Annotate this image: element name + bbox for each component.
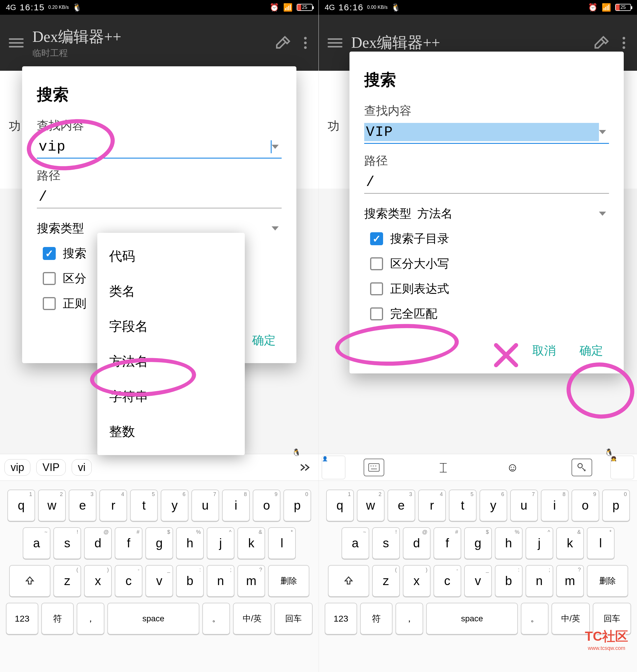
dropdown-item-string[interactable]: 字符串 — [97, 379, 245, 414]
checkbox-icon[interactable] — [370, 232, 383, 245]
symbol-key[interactable]: 符 — [41, 603, 74, 635]
lang-key[interactable]: 中/英 — [551, 603, 590, 635]
key-d[interactable]: d@ — [84, 527, 112, 559]
key-t[interactable]: t5 — [130, 489, 158, 521]
dropdown-item-field[interactable]: 字段名 — [97, 309, 245, 344]
checkbox-case[interactable]: 区分大小写 — [364, 256, 609, 272]
checkbox-icon[interactable] — [370, 307, 383, 320]
period-key[interactable]: 。 — [202, 603, 230, 635]
dropdown-item-integer[interactable]: 整数 — [97, 414, 245, 449]
key-n[interactable]: n; — [207, 565, 234, 597]
comma-key[interactable]: ， — [77, 603, 104, 635]
build-icon[interactable] — [275, 34, 292, 52]
key-f[interactable]: f# — [434, 527, 461, 559]
checkbox-regex[interactable]: 正则表达式 — [364, 281, 609, 297]
key-l[interactable]: l* — [268, 527, 296, 559]
delete-key[interactable]: 删除 — [268, 565, 309, 597]
keyboard-icon[interactable] — [364, 459, 384, 476]
symbol-key[interactable]: 符 — [360, 603, 393, 635]
num-key[interactable]: 123 — [6, 603, 38, 635]
key-c[interactable]: c- — [434, 565, 461, 597]
key-o[interactable]: o9 — [571, 489, 599, 521]
key-y[interactable]: y6 — [479, 489, 507, 521]
key-f[interactable]: f# — [115, 527, 142, 559]
key-i[interactable]: i8 — [541, 489, 569, 521]
dropdown-item-method[interactable]: 方法名 — [97, 344, 245, 379]
key-z[interactable]: z( — [372, 565, 400, 597]
key-k[interactable]: k& — [556, 527, 584, 559]
key-p[interactable]: p0 — [602, 489, 630, 521]
key-g[interactable]: g$ — [145, 527, 173, 559]
delete-key[interactable]: 删除 — [587, 565, 628, 597]
key-d[interactable]: d@ — [403, 527, 431, 559]
key-o[interactable]: o9 — [253, 489, 280, 521]
key-t[interactable]: t5 — [449, 489, 477, 521]
comma-key[interactable]: ， — [396, 603, 423, 635]
key-m[interactable]: m? — [237, 565, 265, 597]
period-key[interactable]: 。 — [521, 603, 548, 635]
key-z[interactable]: z( — [53, 565, 81, 597]
key-a[interactable]: a~ — [342, 527, 369, 559]
key-a[interactable]: a~ — [23, 527, 51, 559]
key-b[interactable]: b: — [176, 565, 204, 597]
search-type-selector[interactable]: 搜索类型 方法名 — [364, 205, 609, 222]
dropdown-item-code[interactable]: 代码 — [97, 239, 245, 274]
key-p[interactable]: p0 — [284, 489, 311, 521]
menu-button[interactable] — [328, 38, 342, 48]
key-j[interactable]: j^ — [207, 527, 234, 559]
path-input[interactable]: / — [37, 186, 281, 208]
key-i[interactable]: i8 — [222, 489, 250, 521]
key-e[interactable]: e3 — [69, 489, 96, 521]
key-v[interactable]: v_ — [145, 565, 173, 597]
overflow-menu-button[interactable] — [620, 37, 628, 49]
space-key[interactable]: space — [107, 603, 199, 635]
confirm-button[interactable]: 确定 — [246, 329, 281, 351]
shift-key[interactable] — [328, 565, 369, 597]
dropdown-item-class[interactable]: 类名 — [97, 274, 245, 309]
key-g[interactable]: g$ — [464, 527, 492, 559]
suggestion-item[interactable]: VIP — [36, 459, 66, 476]
key-y[interactable]: y6 — [161, 489, 188, 521]
checkbox-icon[interactable] — [370, 282, 383, 295]
key-n[interactable]: n; — [526, 565, 553, 597]
checkbox-subdir[interactable]: 搜索子目录 — [364, 230, 609, 247]
checkbox-icon[interactable] — [370, 257, 383, 270]
enter-key[interactable]: 回车 — [274, 603, 313, 635]
shift-key[interactable] — [9, 565, 51, 597]
key-l[interactable]: l* — [587, 527, 615, 559]
menu-button[interactable] — [9, 38, 23, 48]
key-x[interactable]: x) — [84, 565, 112, 597]
key-j[interactable]: j^ — [526, 527, 553, 559]
path-input[interactable]: / — [364, 171, 609, 194]
key-s[interactable]: s! — [372, 527, 400, 559]
dropdown-arrow-icon[interactable] — [599, 130, 606, 134]
key-h[interactable]: h% — [176, 527, 204, 559]
checkbox-icon[interactable] — [43, 247, 56, 260]
key-e[interactable]: e3 — [387, 489, 415, 521]
key-c[interactable]: c- — [115, 565, 142, 597]
suggestion-item[interactable]: vi — [72, 459, 92, 476]
checkbox-icon[interactable] — [43, 272, 56, 285]
key-q[interactable]: q1 — [7, 489, 35, 521]
more-suggestions-button[interactable] — [296, 462, 314, 473]
dropdown-arrow-icon[interactable] — [272, 145, 279, 149]
key-r[interactable]: r4 — [418, 489, 446, 521]
find-content-input[interactable]: VIP — [364, 121, 609, 144]
cancel-button[interactable]: 取消 — [526, 339, 562, 362]
find-content-input[interactable]: vip — [37, 136, 281, 158]
space-key[interactable]: space — [426, 603, 518, 635]
build-icon[interactable] — [593, 34, 611, 52]
key-w[interactable]: w2 — [38, 489, 66, 521]
key-u[interactable]: u7 — [192, 489, 219, 521]
confirm-button[interactable]: 确定 — [574, 339, 609, 362]
key-b[interactable]: b: — [495, 565, 523, 597]
key-u[interactable]: u7 — [510, 489, 538, 521]
checkbox-exact[interactable]: 完全匹配 — [364, 306, 609, 322]
key-q[interactable]: q1 — [326, 489, 354, 521]
cursor-mode-icon[interactable]: ⌶ — [433, 459, 454, 476]
suggestion-item[interactable]: vip — [4, 459, 30, 476]
key-v[interactable]: v_ — [464, 565, 492, 597]
key-m[interactable]: m? — [556, 565, 584, 597]
lang-key[interactable]: 中/英 — [233, 603, 271, 635]
clipboard-icon[interactable] — [571, 459, 592, 476]
